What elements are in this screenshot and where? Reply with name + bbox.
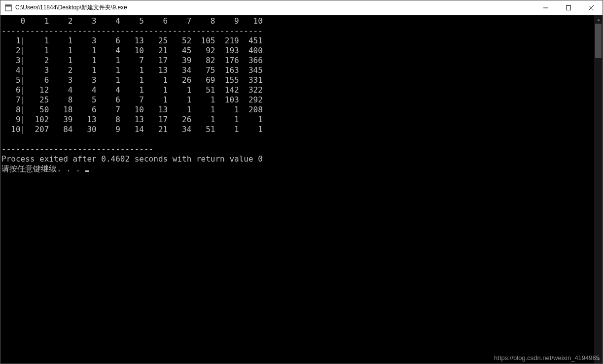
close-button[interactable] [580, 0, 603, 15]
table-header-row: 0 1 2 3 4 5 6 7 8 9 10 [1, 16, 263, 26]
maximize-button[interactable] [557, 0, 580, 15]
scroll-thumb[interactable] [595, 24, 602, 58]
vertical-scrollbar[interactable] [594, 15, 603, 364]
console-area[interactable]: 0 1 2 3 4 5 6 7 8 9 10 -----------------… [0, 15, 603, 364]
watermark-text: https://blog.csdn.net/weixin_4194965 [494, 354, 600, 362]
app-icon [4, 4, 12, 12]
scroll-up-button[interactable] [594, 15, 603, 24]
minimize-button[interactable] [534, 0, 557, 15]
console-output: 0 1 2 3 4 5 6 7 8 9 10 -----------------… [0, 15, 603, 174]
svg-rect-1 [5, 4, 11, 6]
table-row: 6| 12 4 4 4 1 1 1 51 142 322 [1, 85, 263, 95]
continue-prompt: 请按任意键继续. . . [1, 164, 85, 173]
titlebar: C:\Users\11844\Desktop\新建文件夹\9.exe [0, 0, 603, 15]
table-row: 5| 6 3 3 1 1 1 26 69 155 331 [1, 75, 263, 85]
table-row: 9| 102 39 13 8 13 17 26 1 1 1 [1, 115, 263, 124]
table-row: 7| 25 8 5 6 7 1 1 1 103 292 [1, 95, 263, 104]
cursor [85, 170, 89, 172]
scroll-down-button[interactable] [594, 355, 603, 364]
separator-line: -------------------------------- [1, 144, 153, 154]
table-row: 10| 207 84 30 9 14 21 34 51 1 1 [1, 125, 263, 134]
table-row: 3| 2 1 1 1 7 17 39 82 176 366 [1, 56, 263, 65]
window-title: C:\Users\11844\Desktop\新建文件夹\9.exe [15, 3, 534, 12]
table-row: 8| 50 18 6 7 10 13 1 1 1 208 [1, 105, 263, 114]
table-row: 4| 3 2 1 1 1 13 34 75 163 345 [1, 66, 263, 75]
table-row: 1| 1 1 3 6 13 25 52 105 219 451 [1, 36, 263, 45]
window-controls [534, 0, 603, 15]
scroll-track[interactable] [594, 24, 603, 355]
console-window: C:\Users\11844\Desktop\新建文件夹\9.exe 0 1 2… [0, 0, 603, 364]
exit-message: Process exited after 0.4602 seconds with… [1, 154, 263, 164]
separator-line: ----------------------------------------… [1, 26, 263, 35]
table-row: 2| 1 1 1 4 10 21 45 92 193 400 [1, 46, 263, 55]
svg-rect-3 [567, 5, 571, 10]
